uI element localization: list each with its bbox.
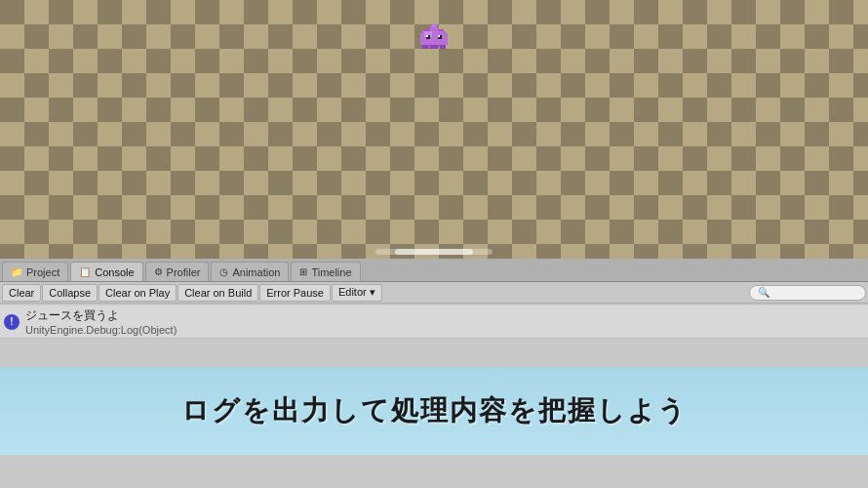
search-input[interactable] <box>749 285 866 301</box>
console-content: ! ジュースを買うよ UnityEngine.Debug:Log(Object) <box>0 304 868 367</box>
tab-console-label: Console <box>95 266 134 278</box>
viewport-scrollbar[interactable] <box>375 249 493 255</box>
svg-rect-10 <box>422 45 428 49</box>
profiler-icon: ⚙ <box>154 266 163 277</box>
console-row[interactable]: ! ジュースを買うよ UnityEngine.Debug:Log(Object) <box>0 305 868 339</box>
sprite-container <box>418 21 450 61</box>
tab-console[interactable]: 📋 Console <box>70 262 142 281</box>
tab-project-label: Project <box>26 266 59 278</box>
banner-text: ログを出力して処理内容を把握しよう <box>181 392 688 429</box>
project-icon: 📁 <box>11 266 22 277</box>
editor-panel: 📁 Project 📋 Console ⚙ Profiler ◷ Animati… <box>0 259 868 367</box>
clear-on-build-button[interactable]: Clear on Build <box>178 284 258 302</box>
console-toolbar: Clear Collapse Clear on Play Clear on Bu… <box>0 282 868 304</box>
svg-rect-4 <box>432 23 436 27</box>
animation-icon: ◷ <box>219 266 228 277</box>
collapse-button[interactable]: Collapse <box>42 284 98 302</box>
editor-dropdown-button[interactable]: Editor ▾ <box>332 284 382 302</box>
slime-sprite <box>418 21 450 57</box>
tab-profiler-label: Profiler <box>167 266 201 278</box>
console-main-text: ジュースを買うよ <box>25 307 177 324</box>
tab-animation[interactable]: ◷ Animation <box>211 262 289 281</box>
console-info-icon: ! <box>4 314 20 330</box>
svg-rect-11 <box>430 45 438 49</box>
svg-rect-8 <box>426 35 428 37</box>
tab-bar: 📁 Project 📋 Console ⚙ Profiler ◷ Animati… <box>0 259 868 282</box>
scrollbar-thumb[interactable] <box>395 249 473 255</box>
tab-animation-label: Animation <box>232 266 280 278</box>
svg-rect-9 <box>438 35 440 37</box>
error-pause-button[interactable]: Error Pause <box>259 284 331 302</box>
tab-profiler[interactable]: ⚙ Profiler <box>145 262 210 281</box>
console-text-block: ジュースを買うよ UnityEngine.Debug:Log(Object) <box>25 307 177 336</box>
tab-timeline-label: Timeline <box>311 266 351 278</box>
clear-on-play-button[interactable]: Clear on Play <box>99 284 177 302</box>
game-viewport <box>0 0 868 259</box>
clear-button[interactable]: Clear <box>2 284 41 302</box>
svg-rect-12 <box>440 45 446 49</box>
tab-project[interactable]: 📁 Project <box>2 262 68 281</box>
console-sub-text: UnityEngine.Debug:Log(Object) <box>25 324 177 336</box>
tab-timeline[interactable]: ⊞ Timeline <box>291 262 360 281</box>
bottom-banner: ログを出力して処理内容を把握しよう <box>0 367 868 455</box>
console-icon: 📋 <box>79 266 91 277</box>
timeline-icon: ⊞ <box>299 266 307 277</box>
